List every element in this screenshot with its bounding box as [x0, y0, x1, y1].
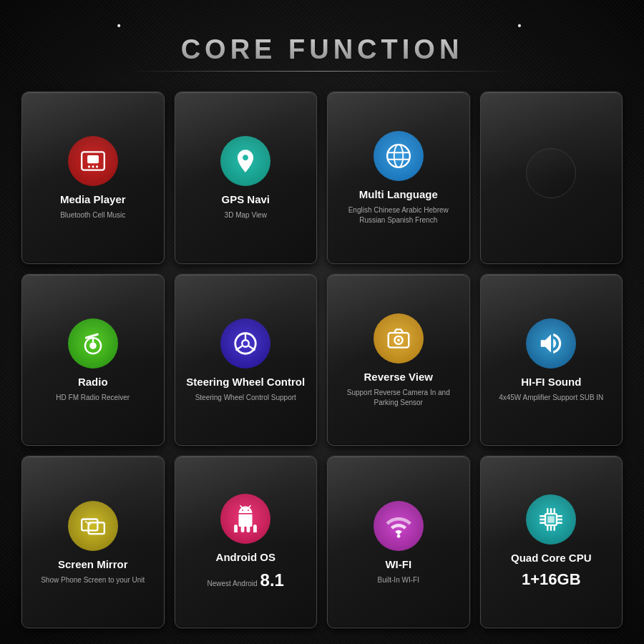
- feature-card-media-player: Media PlayerBluetooth Cell Music: [21, 92, 165, 264]
- svg-point-4: [96, 166, 98, 168]
- svg-point-23: [396, 535, 400, 538]
- page-header: • • CORE FUNCTION: [0, 0, 644, 84]
- card-subtitle-hifi-sound: 4x45W Amplifier Support SUB IN: [499, 393, 603, 403]
- feature-card-radio: RadioHD FM Radio Receiver: [21, 274, 165, 447]
- svg-point-6: [394, 145, 403, 168]
- card-subtitle-multi-language: English Chinese Arabic Hebrew Russian Sp…: [335, 205, 462, 225]
- card-subtitle-steering-wheel: Steering Wheel Control Support: [195, 393, 296, 403]
- android-os-icon: [220, 494, 270, 544]
- card-title-multi-language: Multi Language: [359, 188, 438, 202]
- page-title: • • CORE FUNCTION: [0, 20, 644, 65]
- svg-rect-1: [87, 156, 99, 164]
- multi-language-icon: [374, 131, 424, 181]
- card-subtitle-screen-mirror: Show Phone Screen to your Unit: [41, 575, 145, 585]
- card-title-gps-navi: GPS Navi: [221, 193, 270, 207]
- svg-point-19: [397, 339, 400, 342]
- card-title-hifi-sound: HI-FI Sound: [521, 376, 581, 389]
- feature-card-cpu: Quad Core CPU1+16GB: [480, 456, 623, 628]
- feature-card-multi-language: Multi LanguageEnglish Chinese Arabic Heb…: [327, 92, 470, 264]
- svg-point-3: [92, 166, 94, 168]
- card-title-media-player: Media Player: [60, 193, 126, 207]
- card-title-wifi: WI-FI: [385, 558, 411, 572]
- svg-point-2: [88, 166, 90, 168]
- reverse-view-icon: [374, 313, 424, 364]
- steering-wheel-icon: [220, 318, 270, 369]
- blank-icon: [526, 148, 576, 198]
- card-title-android-os: Android OS: [216, 551, 275, 565]
- header-line: [129, 71, 515, 72]
- cpu-icon: [526, 494, 576, 545]
- radio-icon: [68, 318, 118, 369]
- card-title-radio: Radio: [78, 376, 108, 389]
- wifi-icon: [374, 501, 424, 551]
- screen-mirror-icon: [68, 501, 118, 551]
- card-title-reverse-view: Reverse View: [364, 371, 433, 384]
- card-subtitle-reverse-view: Support Reverse Camera In and Parking Se…: [335, 388, 462, 408]
- card-title-cpu: Quad Core CPU: [511, 552, 592, 565]
- cpu-storage-subtitle: 1+16GB: [522, 569, 581, 591]
- feature-card-hifi-sound: HI-FI Sound4x45W Amplifier Support SUB I…: [480, 274, 623, 447]
- features-grid: Media PlayerBluetooth Cell MusicGPS Navi…: [0, 84, 644, 643]
- feature-card-reverse-view: Reverse ViewSupport Reverse Camera In an…: [327, 274, 470, 447]
- svg-point-13: [243, 340, 250, 347]
- svg-point-5: [387, 145, 410, 168]
- feature-card-screen-mirror: Screen MirrorShow Phone Screen to your U…: [21, 456, 165, 628]
- header-dots: • •: [0, 20, 644, 31]
- feature-card-android-os: Android OSNewest Android 8.1: [175, 456, 318, 628]
- card-title-screen-mirror: Screen Mirror: [58, 558, 128, 572]
- card-title-steering-wheel: Steering Wheel Control: [186, 376, 305, 389]
- android-version-subtitle: Newest Android 8.1: [208, 568, 284, 592]
- feature-card-gps-navi: GPS Navi3D Map View: [175, 92, 318, 264]
- card-subtitle-radio: HD FM Radio Receiver: [56, 393, 130, 403]
- card-subtitle-gps-navi: 3D Map View: [225, 210, 267, 220]
- gps-navi-icon: [220, 136, 270, 186]
- card-subtitle-wifi: Built-In WI-FI: [378, 575, 419, 585]
- feature-card-blank: [480, 92, 623, 264]
- feature-card-wifi: WI-FIBuilt-In WI-FI: [327, 456, 470, 628]
- svg-point-10: [89, 343, 97, 350]
- svg-rect-20: [82, 519, 97, 530]
- feature-card-steering-wheel: Steering Wheel ControlSteering Wheel Con…: [175, 274, 318, 447]
- svg-rect-25: [548, 517, 555, 524]
- card-subtitle-media-player: Bluetooth Cell Music: [60, 210, 125, 220]
- hifi-sound-icon: [526, 318, 576, 369]
- media-player-icon: [68, 136, 118, 186]
